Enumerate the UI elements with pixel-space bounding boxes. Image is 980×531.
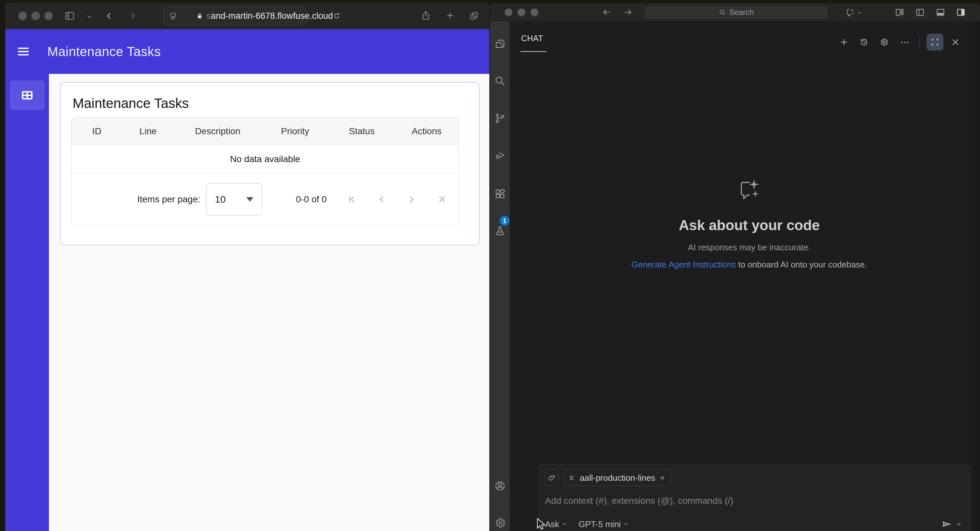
forward-button[interactable] (128, 11, 137, 21)
extensions-icon[interactable] (494, 188, 506, 200)
card-title: Maintenance Tasks (73, 96, 189, 111)
column-priority: Priority (261, 126, 329, 137)
empty-state-title: Ask about your code (523, 217, 975, 233)
page-size-select[interactable]: 10 (206, 183, 262, 215)
extensions-badge: 1 (500, 216, 509, 226)
accounts-icon[interactable] (494, 480, 506, 492)
send-options-chevron-icon[interactable] (956, 521, 962, 527)
back-button[interactable] (104, 11, 114, 21)
chevron-down-icon (562, 521, 567, 527)
column-description: Description (174, 126, 261, 137)
sidebar-chevron-icon[interactable] (86, 13, 93, 20)
app-content: Maintenance Tasks ID Line Description Pr… (49, 74, 489, 531)
last-page-button[interactable] (434, 192, 449, 206)
chat-input-box[interactable]: aall-production-lines Add context (#), e… (539, 464, 970, 531)
mouse-cursor (536, 518, 547, 530)
vscode-titlebar: Search (490, 3, 980, 21)
app-sidebar (5, 74, 49, 531)
items-per-page-label: Items per page: (137, 194, 200, 204)
empty-state-text: No data available (72, 145, 458, 173)
traffic-close-button[interactable] (19, 12, 27, 20)
chat-history-icon[interactable] (859, 38, 869, 47)
context-chip[interactable]: aall-production-lines (563, 470, 671, 486)
app-header-title: Maintenance Tasks (47, 45, 161, 59)
page-settings-icon[interactable] (169, 12, 177, 20)
nav-back-icon[interactable] (602, 8, 611, 17)
generate-instructions-link[interactable]: Generate Agent Instructions (631, 260, 736, 269)
next-page-button[interactable] (404, 192, 419, 206)
first-page-button[interactable] (345, 192, 359, 206)
run-debug-icon[interactable] (494, 149, 506, 161)
table-grid-icon (21, 89, 34, 102)
search-icon (719, 9, 726, 16)
list-lines-icon (569, 474, 576, 482)
customize-layout-icon[interactable] (895, 8, 905, 17)
search-view-icon[interactable] (494, 75, 506, 87)
chat-sparkle-icon (737, 178, 762, 203)
empty-state-subtitle: AI responses may be inaccurate. (523, 242, 975, 252)
lock-icon (196, 12, 203, 19)
more-actions-icon[interactable] (900, 40, 909, 45)
model-picker[interactable]: GPT-5 mini (579, 519, 628, 529)
table-pagination: Items per page: 10 0-0 of 0 (72, 173, 458, 226)
chat-settings-icon[interactable] (880, 38, 889, 47)
chat-tab[interactable]: CHAT (521, 34, 543, 43)
pagination-range: 0-0 of 0 (296, 194, 327, 204)
menu-hamburger-icon[interactable] (17, 46, 30, 57)
table-header-row: ID Line Description Priority Status Acti… (72, 117, 458, 145)
chip-remove-icon[interactable] (659, 475, 666, 481)
new-chat-icon[interactable] (839, 38, 848, 47)
traffic-minimize-button[interactable] (32, 12, 40, 20)
source-control-icon[interactable] (494, 113, 506, 124)
explorer-icon[interactable] (494, 38, 506, 49)
tasks-table: ID Line Description Priority Status Acti… (71, 117, 459, 226)
url-text: sand-martin-6678.flowfuse.cloud (207, 11, 333, 21)
toolbar-divider (82, 10, 82, 21)
tab-overview-icon[interactable] (469, 11, 479, 21)
context-chip-label: aall-production-lines (580, 473, 655, 483)
header-separator (920, 36, 920, 49)
copilot-menu-icon[interactable] (845, 7, 856, 18)
new-tab-icon[interactable] (445, 11, 455, 21)
url-bar[interactable]: sand-martin-6678.flowfuse.cloud (163, 7, 307, 25)
column-line: Line (122, 126, 174, 137)
mode-picker[interactable]: Ask (545, 519, 567, 529)
chat-tab-underline (520, 51, 546, 52)
maximize-panel-button[interactable] (926, 34, 943, 51)
chevron-down-icon (623, 521, 628, 527)
toggle-secondary-sidebar-icon[interactable] (956, 8, 966, 17)
vscode-window: Search (490, 3, 980, 531)
close-panel-icon[interactable] (951, 38, 960, 47)
browser-toolbar: sand-martin-6678.flowfuse.cloud (5, 3, 489, 29)
safari-window: sand-martin-6678.flowfuse.cloud (5, 3, 489, 531)
maintenance-card: Maintenance Tasks ID Line Description Pr… (60, 82, 480, 246)
vscode-close-button[interactable] (504, 8, 512, 16)
chat-input-placeholder[interactable]: Add context (#), extensions (@), command… (545, 496, 964, 506)
send-button[interactable] (941, 519, 951, 529)
desktop: sand-martin-6678.flowfuse.cloud (0, 0, 980, 531)
nav-forward-icon[interactable] (624, 8, 633, 17)
column-status: Status (329, 126, 395, 137)
prev-page-button[interactable] (375, 192, 389, 206)
sidebar-toggle-icon[interactable] (64, 10, 75, 21)
share-icon[interactable] (421, 10, 431, 21)
chat-empty-state: Ask about your code AI responses may be … (523, 178, 975, 270)
sidebar-item-table[interactable] (10, 80, 45, 110)
traffic-zoom-button[interactable] (45, 12, 53, 20)
toggle-panel-icon[interactable] (935, 8, 945, 17)
settings-gear-icon[interactable] (494, 517, 506, 529)
toggle-primary-sidebar-icon[interactable] (915, 8, 925, 17)
search-placeholder: Search (729, 8, 754, 17)
column-actions: Actions (395, 126, 458, 137)
testing-icon[interactable] (494, 225, 506, 237)
column-id: ID (72, 126, 122, 137)
attach-context-button[interactable] (545, 470, 559, 486)
command-center-search[interactable]: Search (646, 6, 827, 19)
app-header: Maintenance Tasks (5, 29, 489, 74)
vscode-minimize-button[interactable] (517, 8, 525, 16)
scrollbar-gutter[interactable] (975, 21, 980, 531)
reload-icon[interactable] (333, 12, 340, 20)
select-caret-icon (246, 197, 253, 202)
vscode-zoom-button[interactable] (530, 8, 538, 16)
activity-bar: 1 (490, 21, 510, 531)
